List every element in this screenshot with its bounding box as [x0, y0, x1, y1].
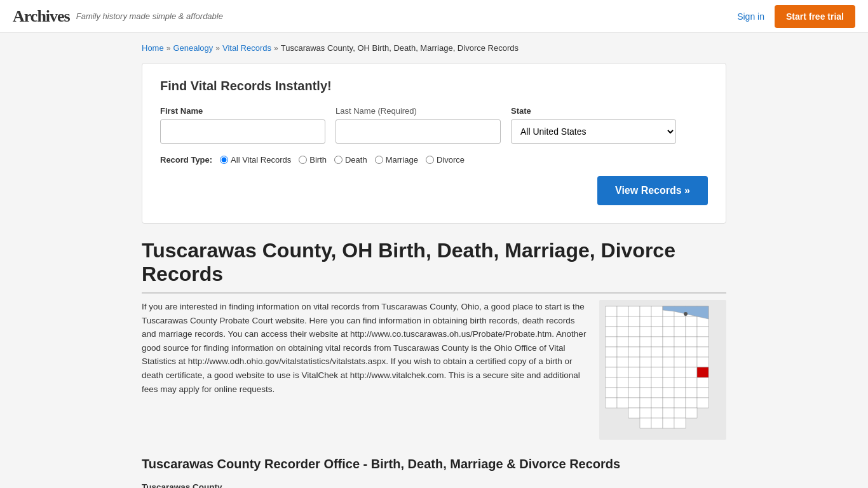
svg-rect-61 — [674, 367, 686, 377]
svg-rect-44 — [686, 347, 697, 357]
svg-rect-74 — [617, 388, 628, 398]
svg-rect-1 — [606, 306, 617, 316]
state-label: State — [511, 106, 676, 116]
svg-rect-45 — [697, 347, 709, 357]
record-type-label: Record Type: — [160, 155, 212, 165]
record-type-marriage-label: Marriage — [386, 155, 418, 165]
svg-rect-2 — [617, 306, 628, 316]
state-select[interactable]: All United States Ohio — [511, 119, 676, 144]
svg-rect-25 — [674, 327, 686, 337]
record-type-death[interactable]: Death — [334, 155, 367, 165]
svg-rect-31 — [640, 337, 651, 347]
svg-rect-53 — [686, 357, 697, 367]
view-records-button[interactable]: View Records » — [597, 176, 708, 205]
svg-rect-80 — [686, 388, 697, 398]
svg-rect-58 — [640, 367, 651, 377]
ohio-map — [599, 300, 726, 442]
svg-rect-4 — [640, 306, 651, 316]
svg-rect-60 — [663, 367, 674, 377]
record-type-death-radio[interactable] — [334, 156, 342, 164]
svg-rect-65 — [617, 377, 628, 388]
svg-rect-67 — [640, 377, 651, 388]
breadcrumb-home[interactable]: Home — [142, 43, 164, 53]
svg-rect-39 — [628, 347, 640, 357]
record-type-birth-label: Birth — [309, 155, 327, 165]
main-content: Home » Genealogy » Vital Records » Tusca… — [129, 33, 739, 488]
last-name-input[interactable] — [336, 119, 501, 144]
svg-rect-68 — [651, 377, 663, 388]
svg-rect-47 — [617, 357, 628, 367]
breadcrumb-sep2: » — [215, 44, 220, 53]
svg-rect-93 — [651, 408, 663, 418]
svg-rect-38 — [617, 347, 628, 357]
svg-rect-81 — [697, 388, 709, 398]
site-logo: Archives — [13, 7, 70, 26]
svg-rect-69 — [663, 377, 674, 388]
svg-rect-62 — [686, 367, 697, 377]
svg-rect-87 — [663, 398, 674, 408]
record-type-marriage-radio[interactable] — [375, 156, 383, 164]
start-trial-button[interactable]: Start free trial — [775, 5, 855, 28]
county-name: Tuscarawas County — [142, 480, 726, 488]
svg-rect-51 — [663, 357, 674, 367]
svg-rect-17 — [686, 316, 697, 327]
record-type-birth-radio[interactable] — [299, 156, 307, 164]
last-name-group: Last Name (Required) — [336, 106, 501, 144]
address-block: Tuscarawas County 125 E High Ave New Phi… — [142, 480, 726, 488]
svg-rect-54 — [697, 357, 709, 367]
svg-rect-98 — [651, 418, 663, 428]
breadcrumb-sep1: » — [166, 44, 171, 53]
header-right: Sign in Start free trial — [737, 5, 855, 28]
svg-rect-48 — [628, 357, 640, 367]
breadcrumb-genealogy[interactable]: Genealogy — [173, 43, 213, 53]
breadcrumb-vital-records[interactable]: Vital Records — [222, 43, 271, 53]
svg-rect-16 — [674, 316, 686, 327]
last-name-label: Last Name (Required) — [336, 106, 501, 116]
record-type-death-label: Death — [345, 155, 367, 165]
breadcrumb-current: Tuscarawas County, OH Birth, Death, Marr… — [281, 43, 519, 53]
svg-rect-91 — [628, 408, 640, 418]
state-group: State All United States Ohio — [511, 106, 676, 144]
intro-paragraph: If you are interested in finding informa… — [142, 300, 587, 396]
svg-rect-49 — [640, 357, 651, 367]
svg-rect-24 — [663, 327, 674, 337]
svg-rect-89 — [686, 398, 697, 408]
search-title: Find Vital Records Instantly! — [160, 79, 708, 93]
record-type-all[interactable]: All Vital Records — [220, 155, 291, 165]
svg-rect-95 — [674, 408, 686, 418]
first-name-input[interactable] — [160, 119, 325, 144]
svg-rect-43 — [674, 347, 686, 357]
first-name-label: First Name — [160, 106, 325, 116]
svg-rect-33 — [663, 337, 674, 347]
record-type-all-radio[interactable] — [220, 156, 228, 164]
svg-rect-97 — [640, 418, 651, 428]
svg-rect-15 — [663, 316, 674, 327]
record-type-marriage[interactable]: Marriage — [375, 155, 418, 165]
sign-in-link[interactable]: Sign in — [737, 11, 764, 22]
svg-rect-23 — [651, 327, 663, 337]
svg-rect-29 — [617, 337, 628, 347]
page-title: Tuscarawas County, OH Birth, Death, Marr… — [142, 239, 726, 294]
svg-rect-14 — [651, 316, 663, 327]
svg-rect-83 — [617, 398, 628, 408]
svg-point-102 — [684, 312, 688, 316]
svg-rect-20 — [617, 327, 628, 337]
site-tagline: Family history made simple & affordable — [76, 11, 223, 21]
svg-rect-30 — [628, 337, 640, 347]
record-type-divorce[interactable]: Divorce — [426, 155, 465, 165]
svg-rect-59 — [651, 367, 663, 377]
header-left: Archives Family history made simple & af… — [13, 7, 223, 26]
svg-rect-41 — [651, 347, 663, 357]
svg-rect-96 — [686, 408, 697, 418]
svg-rect-79 — [674, 388, 686, 398]
svg-rect-3 — [628, 306, 640, 316]
search-btn-row: View Records » — [160, 176, 708, 205]
svg-rect-13 — [640, 316, 651, 327]
svg-rect-21 — [628, 327, 640, 337]
svg-rect-57 — [628, 367, 640, 377]
record-type-birth[interactable]: Birth — [299, 155, 327, 165]
record-type-divorce-radio[interactable] — [426, 156, 434, 164]
svg-rect-52 — [674, 357, 686, 367]
svg-rect-22 — [640, 327, 651, 337]
record-type-all-label: All Vital Records — [231, 155, 291, 165]
